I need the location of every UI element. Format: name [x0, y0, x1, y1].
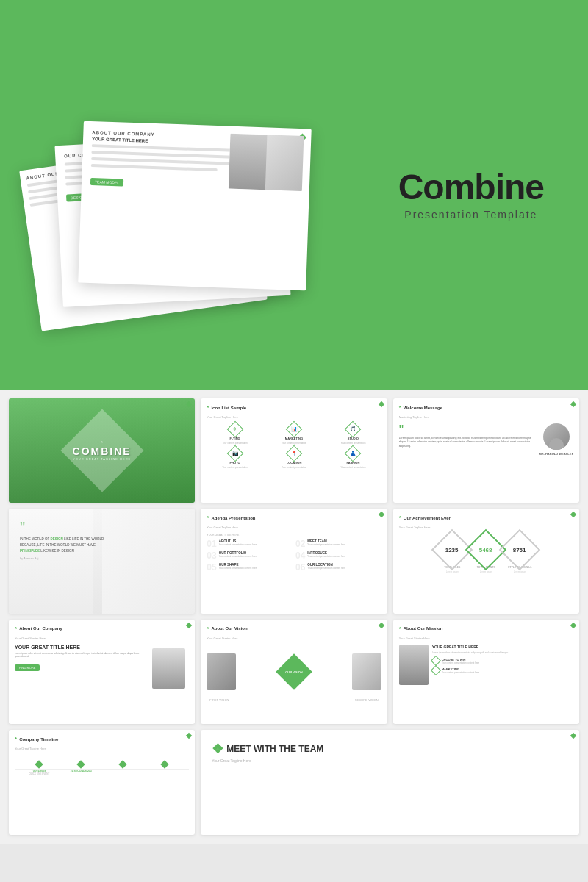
slide-meet-team: ❖ MEET WITH THE TEAM Your Great Tagline … — [201, 730, 579, 834]
combine-small-text: YOUR GREAT TAGLINE HERE — [73, 457, 132, 461]
vision-diamond-text: OUR VISION — [285, 670, 303, 674]
icon-inner: 🎵 — [350, 426, 356, 432]
highlight-principles: PRINCIPLES — [20, 549, 40, 553]
vision-header: About Our Vision Your Great Starter Here — [207, 625, 247, 645]
achievement-desc: Lorem ipsum — [480, 570, 492, 573]
slide-about-vision: About Our Vision Your Great Starter Here… — [201, 620, 387, 724]
icon-desc: Your content presentation — [340, 466, 365, 469]
icon-inner: 📍 — [290, 451, 297, 456]
achievement-title: Our Achievement Ever — [399, 514, 573, 521]
agenda-item-3: 03 OUR PORTFOLIO Your content presentati… — [207, 551, 293, 560]
combine-asterisk: * — [73, 440, 132, 445]
timeline-event: QUICK LINE EVENT — [29, 772, 49, 775]
mission-point-2: MARKETING Your content presentation cont… — [432, 667, 573, 674]
achievement-numbers: 1235 TOTAL FILES Lorem ipsum 5468 TOTAL … — [399, 535, 573, 573]
mission-img — [399, 645, 429, 685]
icon-inner: 📷 — [232, 451, 238, 456]
icon-inner: 👗 — [350, 451, 356, 456]
agenda-items: 01 ABOUT US Your content presentation co… — [207, 539, 381, 572]
mission-point-inner: MARKETING Your content presentation cont… — [432, 667, 480, 674]
slides-grid: * COMBINE YOUR GREAT TAGLINE HERE Icon L… — [9, 398, 579, 835]
agenda-content: OUR LOCATION Your content presentation c… — [307, 563, 381, 570]
agenda-num: 03 — [207, 551, 216, 560]
welcome-text-area: " Lorem ipsum dolor sit amet, consectetu… — [399, 423, 536, 448]
slide-design-quote: " IN THE WORLD OF DESIGN LIKE LIFE IN TH… — [9, 509, 195, 613]
icon-item-marketing: 📊 MARKETING Your content presentation — [266, 423, 322, 445]
agenda-desc-text: Your content presentation content here — [307, 555, 381, 558]
timeline-item-2: 21 SECONDS 203 — [60, 761, 102, 775]
quote-body: IN THE WORLD OF DESIGN LIKE LIFE IN THE … — [20, 537, 110, 553]
agenda-subtitle: Your Great Tagline Here — [207, 526, 381, 529]
photo-bg — [152, 648, 185, 689]
mission-diamond — [431, 665, 441, 675]
icon-list-subtitle: Your Great Tagline Here — [207, 415, 381, 419]
combine-big-text: COMBINE — [73, 445, 132, 457]
icon-desc: Your content presentation — [282, 466, 306, 469]
slide-about-mission: About Our Mission Your Great Starter Her… — [393, 620, 579, 724]
about-content: YOUR GREAT TITLE HERE Lorem ipsum dolor … — [15, 645, 189, 685]
slide-icon-list: Icon List Sample Your Great Tagline Here… — [201, 398, 387, 503]
team-title-row: ❖ MEET WITH THE TEAM — [212, 741, 568, 757]
mission-para: Lorem ipsum dolor sit amet consectetur a… — [432, 651, 573, 655]
achievement-item-3: 8751 STYLE TO INSTALL Lorem ipsum — [505, 535, 534, 573]
icon-label: FASHION — [347, 461, 360, 465]
about-title-big: YOUR GREAT TITLE HERE — [15, 645, 145, 650]
agenda-num: 06 — [295, 563, 305, 572]
agenda-item-5: 05 OUR SHAPE Your content presentation c… — [207, 563, 293, 572]
agenda-content: INTRODUCE Your content presentation cont… — [307, 551, 381, 558]
slide-agenda: Agenda Presentation Your Great Tagline H… — [201, 509, 387, 613]
vision-second-label: SECOND VISION — [355, 698, 379, 702]
agenda-desc-text: Your content presentation content here — [307, 567, 381, 570]
icon-shape: 👗 — [345, 445, 362, 462]
slide-achievement: Our Achievement Ever Your Great Tagline … — [393, 509, 579, 613]
mission-point-desc: Your content presentation content here — [442, 662, 480, 664]
agenda-desc-text: Your content presentation content here — [219, 555, 293, 558]
avatar-body — [549, 438, 564, 450]
agenda-content: MEET TEAM Your content presentation cont… — [307, 539, 381, 546]
timeline-dot — [77, 761, 85, 769]
timeline-item-1: 05/01/2009 QUICK LINE EVENT — [18, 761, 60, 775]
achievement-item-2: 5468 TOTAL PRINTS Lorem ipsum — [471, 535, 501, 573]
agenda-item-4: 04 INTRODUCE Your content presentation c… — [295, 551, 381, 560]
agenda-num: 01 — [207, 539, 216, 548]
achievement-num: 5468 — [479, 547, 492, 553]
quote-author: by Ayrman Asj — [20, 556, 184, 560]
achievement-desc: Lorem ipsum — [446, 570, 459, 573]
icon-inner: ✈ — [233, 426, 237, 432]
icon-shape: 🎵 — [345, 421, 362, 438]
welcome-avatar — [543, 423, 570, 450]
mission-point-1: CHOOSE TO WIN Your content presentation … — [432, 657, 573, 664]
timeline-date: 21 SECONDS 203 — [71, 770, 92, 772]
achievement-item-1: 1235 TOTAL FILES Lorem ipsum — [437, 535, 467, 573]
icon-shape: 📊 — [286, 421, 303, 438]
about-img-container — [148, 645, 189, 685]
agenda-content: ABOUT US Your content presentation conte… — [219, 539, 293, 546]
icon-grid: ✈ FLYING Your content presentation 📊 MAR… — [207, 423, 381, 469]
agenda-desc-text: Your content presentation content here — [307, 543, 381, 546]
about-text: YOUR GREAT TITLE HERE Lorem ipsum dolor … — [15, 645, 145, 685]
welcome-para: Lorem ipsum dolor sit amet, consectetur … — [399, 437, 536, 448]
icon-inner: 📊 — [290, 426, 297, 432]
team-subtitle: Your Great Tagline Here — [212, 759, 568, 763]
achievement-num: 8751 — [513, 547, 526, 553]
agenda-content: OUR PORTFOLIO Your content presentation … — [219, 551, 293, 558]
icon-desc: Your content presentation — [223, 466, 248, 469]
welcome-subtitle: Marketing Tagline Here — [399, 415, 573, 419]
slides-grid-section: * COMBINE YOUR GREAT TAGLINE HERE Icon L… — [0, 390, 588, 844]
about-btn[interactable]: FIND MORE — [15, 664, 40, 671]
agenda-desc-text: Your content presentation content here — [219, 567, 293, 570]
team-asterisk: ❖ — [212, 741, 223, 757]
mission-point-desc: Your content presentation content here — [442, 671, 480, 674]
team-header: ❖ MEET WITH THE TEAM Your Great Tagline … — [212, 741, 568, 763]
highlight-design: DESIGN — [50, 537, 62, 541]
hero-title-area: Combine Presentation Template — [398, 170, 544, 220]
mission-title-big: YOUR GREAT TITLE HERE — [432, 645, 573, 649]
about-photo — [152, 648, 185, 689]
timeline-dot — [160, 761, 168, 769]
agenda-title: Agenda Presentation — [207, 514, 381, 521]
agenda-desc: YOUR GREAT TITLE HERE — [207, 534, 381, 537]
timeline-container: 05/01/2009 QUICK LINE EVENT 21 SECONDS 2… — [15, 761, 189, 775]
icon-item-studio: 🎵 STUDIO Your content presentation — [325, 423, 381, 445]
icon-list-title: Icon List Sample — [207, 404, 381, 411]
slide-combine: * COMBINE YOUR GREAT TAGLINE HERE — [9, 398, 195, 503]
